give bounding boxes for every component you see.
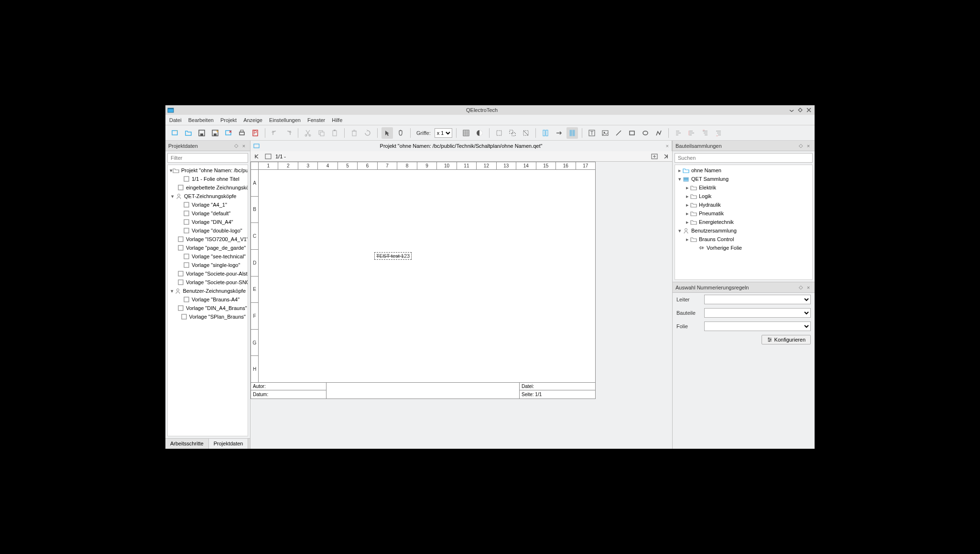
menu-hilfe[interactable]: Hilfe bbox=[332, 117, 342, 123]
text-element[interactable]: TEST test 123 bbox=[374, 252, 412, 260]
menu-datei[interactable]: Datei bbox=[169, 117, 182, 123]
tree-item[interactable]: 1/1 - Folie ohne Titel bbox=[168, 175, 248, 183]
panel-close-icon[interactable]: × bbox=[805, 143, 812, 149]
panel-float-icon[interactable]: ◇ bbox=[797, 143, 804, 149]
tree-item[interactable]: ▸Pneumatik bbox=[675, 209, 812, 218]
panel-close-icon[interactable]: × bbox=[805, 284, 812, 291]
tree-item[interactable]: ▸Logik bbox=[675, 192, 812, 200]
align-3-icon[interactable] bbox=[699, 127, 711, 139]
select-invert-icon[interactable] bbox=[507, 127, 518, 139]
background-color-icon[interactable] bbox=[474, 127, 485, 139]
minimize-button[interactable] bbox=[788, 106, 795, 114]
grid-area[interactable]: TEST test 123 bbox=[259, 170, 595, 382]
menu-anzeige[interactable]: Anzeige bbox=[243, 117, 262, 123]
copy-icon[interactable] bbox=[316, 127, 327, 139]
tree-item[interactable]: ▸Elektrik bbox=[675, 183, 812, 192]
select-rect-icon[interactable] bbox=[493, 127, 505, 139]
tree-item[interactable]: ▾QET-Zeichnungsköpfe bbox=[168, 192, 248, 200]
tab-arbeitsschritte[interactable]: Arbeitsschritte bbox=[165, 439, 209, 449]
align-2-icon[interactable] bbox=[686, 127, 697, 139]
close-button[interactable] bbox=[805, 106, 813, 114]
print-icon[interactable] bbox=[236, 127, 248, 139]
tree-item[interactable]: Vorlage "SPlan_Brauns" bbox=[168, 312, 248, 321]
search-input[interactable] bbox=[675, 153, 813, 163]
canvas[interactable]: 1234567891011121314151617 ABCDEFGH TEST … bbox=[250, 162, 672, 449]
tree-item[interactable]: Vorlage "see-technical" bbox=[168, 252, 248, 261]
align-4-icon[interactable] bbox=[713, 127, 724, 139]
menu-projekt[interactable]: Projekt bbox=[220, 117, 237, 123]
folie-select[interactable] bbox=[704, 321, 811, 331]
tree-item[interactable]: Vorlage "DIN_A4_Brauns" bbox=[168, 304, 248, 312]
text-tool-icon[interactable]: T bbox=[586, 127, 598, 139]
open-icon[interactable] bbox=[183, 127, 194, 139]
tree-item[interactable]: Vorlage "single-logo" bbox=[168, 261, 248, 269]
griffe-select[interactable]: x 1 bbox=[435, 128, 452, 138]
polyline-tool-icon[interactable] bbox=[653, 127, 664, 139]
add-column-icon[interactable] bbox=[540, 127, 551, 139]
tree-item[interactable]: ▸ohne Namen bbox=[675, 166, 812, 175]
bauteile-select[interactable] bbox=[704, 308, 811, 318]
tree-item[interactable]: Vorlage "A4_1" bbox=[168, 200, 248, 209]
select-tool-icon[interactable] bbox=[381, 127, 393, 139]
tree-item[interactable]: Vorlage "page_de_garde" bbox=[168, 244, 248, 252]
rect-tool-icon[interactable] bbox=[626, 127, 638, 139]
redo-icon[interactable] bbox=[283, 127, 294, 139]
tree-item[interactable]: ▸Hydraulik bbox=[675, 200, 812, 209]
add-page-icon[interactable] bbox=[650, 152, 659, 161]
new-project-icon[interactable] bbox=[169, 127, 181, 139]
tree-item[interactable]: Vorlage "Brauns-A4" bbox=[168, 295, 248, 304]
configure-button[interactable]: Konfigurieren bbox=[762, 335, 811, 344]
grid-icon[interactable] bbox=[460, 127, 472, 139]
tree-item[interactable]: Vorherige Folie bbox=[675, 244, 812, 252]
document-tab[interactable]: Projekt "ohne Namen: /bc/public/Technik/… bbox=[250, 141, 672, 151]
panel-float-icon[interactable]: ◇ bbox=[797, 284, 804, 291]
tree-item[interactable]: ▸Energietechnik bbox=[675, 218, 812, 226]
align-1-icon[interactable] bbox=[673, 127, 684, 139]
select-none-icon[interactable] bbox=[520, 127, 532, 139]
panel-float-icon[interactable]: ◇ bbox=[233, 143, 240, 149]
save-as-icon[interactable] bbox=[209, 127, 221, 139]
pan-tool-icon[interactable] bbox=[395, 127, 406, 139]
image-tool-icon[interactable] bbox=[599, 127, 611, 139]
save-icon[interactable] bbox=[196, 127, 207, 139]
rotate-icon[interactable] bbox=[362, 127, 373, 139]
line-tool-icon[interactable] bbox=[613, 127, 624, 139]
add-row-icon[interactable] bbox=[553, 127, 565, 139]
menu-bearbeiten[interactable]: Bearbeiten bbox=[188, 117, 214, 123]
tree-item[interactable]: ▾Projekt "ohne Namen: /bc/publi... bbox=[168, 166, 248, 175]
tree-item[interactable]: Vorlage "double-logo" bbox=[168, 226, 248, 235]
tree-item[interactable]: Vorlage "Societe-pour-Alsto... bbox=[168, 269, 248, 278]
undo-icon[interactable] bbox=[269, 127, 281, 139]
collections-tree[interactable]: ▸ohne Namen▾QET Sammlung▸Elektrik▸Logik▸… bbox=[675, 165, 813, 280]
auto-number-icon[interactable] bbox=[566, 127, 578, 139]
first-page-icon[interactable] bbox=[252, 152, 261, 161]
maximize-button[interactable] bbox=[796, 106, 804, 114]
row-header: F bbox=[251, 303, 258, 330]
filter-input[interactable] bbox=[167, 153, 248, 163]
tree-item[interactable]: Vorlage "DIN_A4" bbox=[168, 218, 248, 226]
ellipse-tool-icon[interactable] bbox=[640, 127, 651, 139]
document-tab-close-icon[interactable]: × bbox=[666, 143, 669, 149]
paste-icon[interactable] bbox=[329, 127, 340, 139]
tree-item[interactable]: eingebettete Zeichnungskö... bbox=[168, 183, 248, 192]
cut-icon[interactable] bbox=[302, 127, 314, 139]
last-page-icon[interactable] bbox=[662, 152, 670, 161]
tree-item[interactable]: Vorlage "ISO7200_A4_V1" bbox=[168, 235, 248, 244]
close-file-icon[interactable] bbox=[223, 127, 234, 139]
project-tree[interactable]: ▾Projekt "ohne Namen: /bc/publi...1/1 - … bbox=[167, 165, 248, 436]
tree-item[interactable]: Vorlage "default" bbox=[168, 209, 248, 218]
menu-einstellungen[interactable]: Einstellungen bbox=[269, 117, 301, 123]
tree-item[interactable]: ▸Brauns Control bbox=[675, 235, 812, 244]
page-thumb-icon[interactable] bbox=[264, 152, 272, 161]
titlebar: QElectroTech bbox=[165, 105, 815, 115]
delete-icon[interactable] bbox=[348, 127, 360, 139]
tree-item[interactable]: ▾Benutzersammlung bbox=[675, 226, 812, 235]
panel-close-icon[interactable]: × bbox=[240, 143, 247, 149]
leiter-select[interactable] bbox=[704, 295, 811, 304]
tree-item[interactable]: Vorlage "Societe-pour-SNCF2" bbox=[168, 278, 248, 287]
tab-projektdaten[interactable]: Projektdaten bbox=[209, 439, 249, 449]
export-pdf-icon[interactable]: P bbox=[250, 127, 261, 139]
menu-fenster[interactable]: Fenster bbox=[307, 117, 325, 123]
tree-item[interactable]: ▾Benutzer-Zeichnungsköpfe bbox=[168, 287, 248, 295]
tree-item[interactable]: ▾QET Sammlung bbox=[675, 175, 812, 183]
